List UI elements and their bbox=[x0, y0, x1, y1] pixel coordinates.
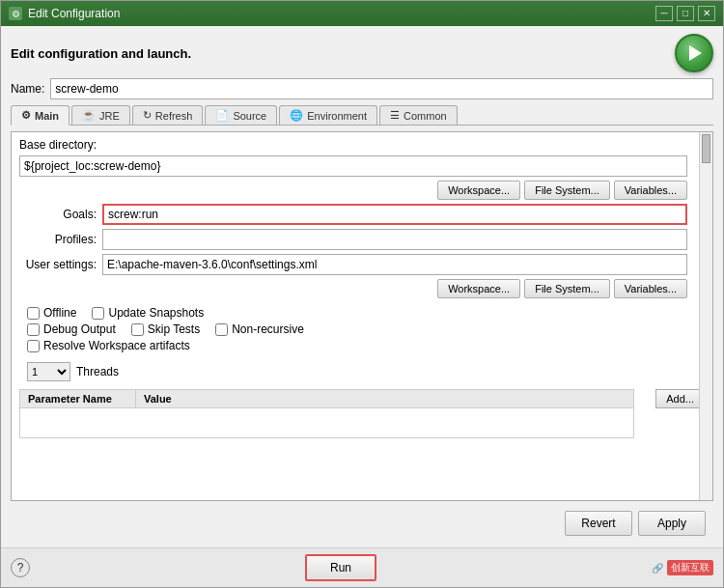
header-row: Edit configuration and launch. bbox=[11, 34, 713, 72]
variables-button-2[interactable]: Variables... bbox=[614, 279, 687, 298]
title-bar-left: ⚙ Edit Configuration bbox=[9, 7, 120, 20]
user-settings-row: User settings: bbox=[19, 254, 705, 275]
resolve-workspace-checkbox-item: Resolve Workspace artifacts bbox=[27, 339, 190, 352]
non-recursive-checkbox-item: Non-recursive bbox=[215, 322, 304, 336]
goals-label: Goals: bbox=[19, 208, 97, 221]
user-settings-input[interactable] bbox=[102, 254, 687, 275]
tab-refresh-label: Refresh bbox=[155, 110, 193, 122]
close-button[interactable]: ✕ bbox=[698, 6, 715, 21]
checkbox-row-1: Offline Update Snapshots bbox=[27, 306, 687, 320]
col-value: Value bbox=[136, 390, 633, 407]
tab-environment[interactable]: 🌐 Environment bbox=[279, 105, 377, 125]
refresh-tab-icon: ↻ bbox=[143, 109, 152, 122]
threads-row: 1 2 4 Threads bbox=[19, 360, 705, 383]
tab-environment-label: Environment bbox=[307, 110, 367, 122]
main-tab-icon: ⚙ bbox=[21, 109, 31, 122]
jre-tab-icon: ☕ bbox=[82, 109, 96, 122]
workspace-button-1[interactable]: Workspace... bbox=[437, 181, 520, 200]
resolve-workspace-checkbox[interactable] bbox=[27, 340, 40, 352]
base-dir-btn-row: Workspace... File System... Variables... bbox=[19, 181, 705, 200]
scrollbar[interactable] bbox=[699, 132, 712, 500]
debug-output-label: Debug Output bbox=[43, 322, 116, 336]
window: ⚙ Edit Configuration ─ □ ✕ Edit configur… bbox=[0, 0, 724, 588]
profiles-input[interactable] bbox=[102, 229, 687, 250]
goals-input[interactable] bbox=[102, 204, 687, 225]
workspace-button-2[interactable]: Workspace... bbox=[437, 279, 520, 298]
name-label: Name: bbox=[11, 82, 44, 96]
watermark-icon: 🔗 bbox=[652, 563, 663, 574]
table-area: Parameter Name Value Add... bbox=[19, 387, 705, 440]
skip-tests-checkbox-item: Skip Tests bbox=[131, 322, 200, 336]
base-directory-label: Base directory: bbox=[19, 138, 705, 152]
app-icon: ⚙ bbox=[9, 7, 22, 20]
threads-select[interactable]: 1 2 4 bbox=[27, 362, 70, 381]
skip-tests-checkbox[interactable] bbox=[131, 323, 144, 336]
watermark-text: 创新互联 bbox=[667, 560, 713, 575]
tab-jre[interactable]: ☕ JRE bbox=[71, 105, 130, 125]
base-directory-input[interactable] bbox=[19, 155, 687, 177]
user-settings-btn-row: Workspace... File System... Variables... bbox=[19, 279, 705, 298]
table-body bbox=[20, 408, 633, 437]
minimize-button[interactable]: ─ bbox=[655, 6, 673, 21]
title-bar: ⚙ Edit Configuration ─ □ ✕ bbox=[1, 1, 723, 26]
window-title: Edit Configuration bbox=[28, 7, 120, 20]
parameters-table: Parameter Name Value bbox=[19, 389, 634, 438]
non-recursive-checkbox[interactable] bbox=[215, 323, 228, 336]
col-param-name: Parameter Name bbox=[20, 390, 136, 407]
tab-jre-label: JRE bbox=[99, 110, 120, 122]
checkboxes-area: Offline Update Snapshots Debug Output bbox=[19, 302, 705, 356]
offline-label: Offline bbox=[43, 306, 76, 320]
checkbox-row-2: Debug Output Skip Tests Non-recursive bbox=[27, 322, 687, 336]
checkbox-row-3: Resolve Workspace artifacts bbox=[27, 339, 687, 352]
non-recursive-label: Non-recursive bbox=[232, 322, 304, 336]
page-title: Edit configuration and launch. bbox=[11, 46, 191, 61]
filesystem-button-2[interactable]: File System... bbox=[524, 279, 610, 298]
watermark: 🔗 创新互联 bbox=[652, 560, 713, 575]
source-tab-icon: 📄 bbox=[215, 109, 229, 122]
update-snapshots-checkbox-item: Update Snapshots bbox=[92, 306, 204, 320]
run-button[interactable]: Run bbox=[305, 554, 376, 581]
tab-source[interactable]: 📄 Source bbox=[205, 105, 277, 125]
footer-row: ? Run 🔗 创新互联 bbox=[1, 547, 723, 587]
add-parameter-button[interactable]: Add... bbox=[655, 389, 705, 408]
launch-button[interactable] bbox=[675, 34, 713, 72]
name-row: Name: bbox=[11, 78, 713, 99]
tab-refresh[interactable]: ↻ Refresh bbox=[132, 105, 204, 125]
resolve-workspace-label: Resolve Workspace artifacts bbox=[43, 339, 190, 352]
environment-tab-icon: 🌐 bbox=[290, 109, 303, 122]
tab-main-label: Main bbox=[35, 110, 59, 122]
tab-source-label: Source bbox=[233, 110, 266, 122]
debug-output-checkbox-item: Debug Output bbox=[27, 322, 116, 336]
maximize-button[interactable]: □ bbox=[677, 6, 694, 21]
update-snapshots-label: Update Snapshots bbox=[108, 306, 204, 320]
skip-tests-label: Skip Tests bbox=[148, 322, 200, 336]
threads-label: Threads bbox=[76, 365, 119, 378]
debug-output-checkbox[interactable] bbox=[27, 323, 40, 336]
content-area: Edit configuration and launch. Name: ⚙ M… bbox=[1, 26, 723, 547]
profiles-row: Profiles: bbox=[19, 229, 705, 250]
goals-row: Goals: bbox=[19, 204, 705, 225]
name-input[interactable] bbox=[50, 78, 713, 99]
variables-button-1[interactable]: Variables... bbox=[614, 181, 687, 200]
tab-common[interactable]: ☰ Common bbox=[379, 105, 458, 125]
revert-button[interactable]: Revert bbox=[565, 511, 632, 536]
offline-checkbox[interactable] bbox=[27, 307, 40, 320]
profiles-label: Profiles: bbox=[19, 233, 97, 246]
update-snapshots-checkbox[interactable] bbox=[92, 307, 104, 320]
tab-main[interactable]: ⚙ Main bbox=[11, 105, 70, 126]
filesystem-button-1[interactable]: File System... bbox=[524, 181, 610, 200]
panel-content: Base directory: Workspace... File System… bbox=[12, 132, 712, 500]
help-button[interactable]: ? bbox=[11, 558, 30, 577]
apply-button[interactable]: Apply bbox=[638, 511, 706, 536]
common-tab-icon: ☰ bbox=[390, 109, 400, 122]
table-header: Parameter Name Value bbox=[20, 390, 633, 408]
title-controls: ─ □ ✕ bbox=[655, 6, 715, 21]
user-settings-label: User settings: bbox=[19, 258, 97, 271]
tab-common-label: Common bbox=[404, 110, 447, 122]
action-row: Revert Apply bbox=[11, 507, 713, 540]
tabs-row: ⚙ Main ☕ JRE ↻ Refresh 📄 Source 🌐 Enviro… bbox=[11, 105, 713, 126]
offline-checkbox-item: Offline bbox=[27, 306, 76, 320]
main-panel: Base directory: Workspace... File System… bbox=[11, 131, 713, 501]
scrollbar-thumb[interactable] bbox=[702, 134, 710, 163]
